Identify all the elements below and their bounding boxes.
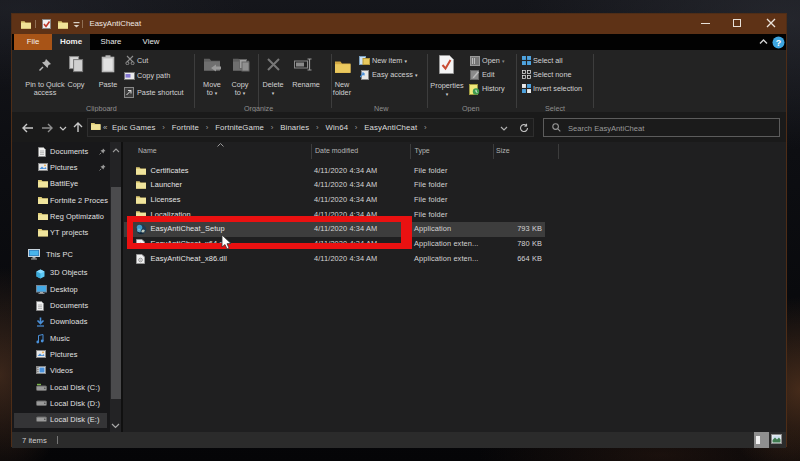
svg-text:?: ? xyxy=(776,38,782,48)
